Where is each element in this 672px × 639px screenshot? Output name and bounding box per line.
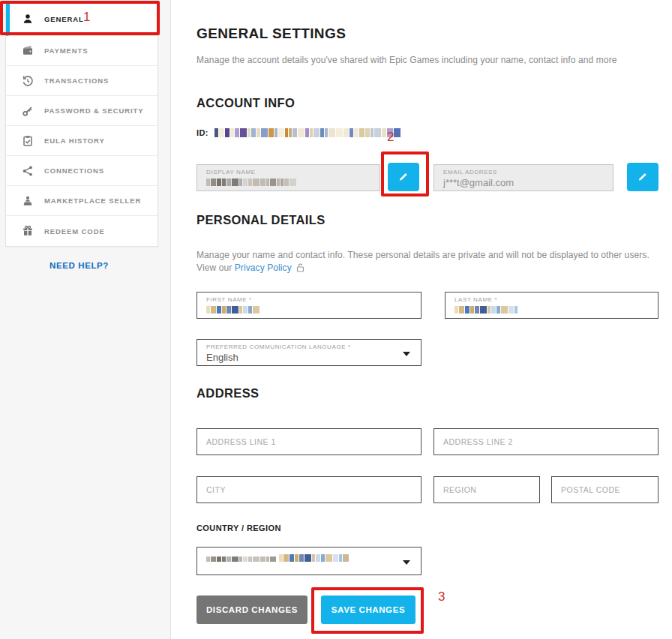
epic-account-settings-page: GENERAL PAYMENTS TRANSACTIONS PASSWORD &… bbox=[0, 0, 672, 639]
sidebar-item-label: EULA HISTORY bbox=[44, 136, 105, 145]
address-line2-input[interactable] bbox=[434, 428, 658, 455]
postal-code-input[interactable] bbox=[551, 476, 658, 503]
clipboard-check-icon bbox=[21, 134, 34, 147]
sidebar-item-label: PASSWORD & SECURITY bbox=[44, 106, 144, 115]
country-select[interactable] bbox=[196, 547, 422, 575]
language-label: PREFERRED COMMUNICATION LANGUAGE * bbox=[206, 344, 412, 350]
sidebar-item-password-security[interactable]: PASSWORD & SECURITY bbox=[6, 96, 158, 126]
sidebar-item-eula-history[interactable]: EULA HISTORY bbox=[6, 126, 158, 156]
chevron-down-icon bbox=[403, 560, 410, 565]
share-icon bbox=[21, 164, 34, 177]
region-input[interactable] bbox=[434, 476, 540, 503]
sidebar-item-marketplace-seller[interactable]: MARKETPLACE SELLER bbox=[6, 186, 158, 216]
language-value: English bbox=[206, 352, 412, 363]
sidebar-menu: GENERAL PAYMENTS TRANSACTIONS PASSWORD &… bbox=[5, 2, 158, 247]
account-id-value-redacted bbox=[214, 128, 400, 137]
discard-changes-button[interactable]: DISCARD CHANGES bbox=[196, 596, 308, 624]
address-heading: ADDRESS bbox=[196, 386, 259, 400]
address-line1-input[interactable] bbox=[196, 428, 422, 455]
display-name-label: DISPLAY NAME bbox=[206, 169, 370, 176]
account-id-label: ID: bbox=[196, 128, 208, 137]
sidebar-item-label: PAYMENTS bbox=[44, 46, 88, 55]
wallet-icon bbox=[21, 44, 34, 57]
gift-icon bbox=[21, 225, 34, 238]
need-help-link[interactable]: NEED HELP? bbox=[0, 261, 158, 270]
account-info-heading: ACCOUNT INFO bbox=[196, 96, 295, 110]
person-icon bbox=[21, 13, 34, 26]
seller-icon bbox=[21, 194, 34, 207]
pencil-icon bbox=[398, 171, 409, 184]
country-region-heading: COUNTRY / REGION bbox=[196, 524, 281, 532]
email-value: j***t@gmail.com bbox=[443, 177, 604, 188]
display-name-value-redacted bbox=[206, 178, 296, 186]
personal-details-description: Manage your name and contact info. These… bbox=[196, 249, 662, 276]
key-icon bbox=[21, 104, 34, 117]
sidebar-item-label: GENERAL bbox=[44, 15, 84, 23]
history-icon bbox=[21, 74, 34, 87]
sidebar-item-general[interactable]: GENERAL bbox=[6, 2, 158, 36]
country-label-redacted bbox=[206, 556, 276, 562]
save-changes-button[interactable]: SAVE CHANGES bbox=[321, 596, 416, 624]
last-name-field[interactable]: LAST NAME * bbox=[445, 292, 658, 319]
first-name-label: FIRST NAME * bbox=[206, 296, 412, 303]
account-id-row: ID: bbox=[196, 128, 400, 137]
sidebar-item-redeem-code[interactable]: REDEEM CODE bbox=[6, 216, 158, 246]
sidebar-item-label: CONNECTIONS bbox=[44, 166, 104, 175]
email-field: EMAIL ADDRESS j***t@gmail.com bbox=[434, 164, 614, 191]
pencil-icon bbox=[638, 171, 648, 184]
sidebar-item-connections[interactable]: CONNECTIONS bbox=[6, 156, 158, 186]
display-name-field: DISPLAY NAME bbox=[196, 164, 380, 191]
sidebar-item-label: TRANSACTIONS bbox=[44, 76, 109, 85]
city-input[interactable] bbox=[196, 476, 422, 503]
personal-details-heading: PERSONAL DETAILS bbox=[196, 213, 326, 227]
edit-display-name-button[interactable] bbox=[388, 163, 419, 191]
first-name-value-redacted bbox=[206, 306, 260, 314]
sidebar-item-transactions[interactable]: TRANSACTIONS bbox=[6, 66, 158, 96]
last-name-label: LAST NAME * bbox=[454, 296, 649, 303]
chevron-down-icon bbox=[403, 352, 410, 356]
page-subtitle: Manage the account details you've shared… bbox=[196, 55, 617, 65]
email-label: EMAIL ADDRESS bbox=[443, 169, 604, 176]
general-settings-panel: GENERAL SETTINGS Manage the account deta… bbox=[171, 0, 672, 639]
sidebar-item-label: REDEEM CODE bbox=[44, 227, 105, 236]
page-title: GENERAL SETTINGS bbox=[196, 26, 346, 42]
country-value-redacted bbox=[279, 554, 349, 562]
privacy-policy-link[interactable]: Privacy Policy bbox=[235, 262, 292, 273]
lock-icon bbox=[296, 263, 304, 276]
sidebar-item-payments[interactable]: PAYMENTS bbox=[6, 36, 158, 66]
language-select[interactable]: PREFERRED COMMUNICATION LANGUAGE * Engli… bbox=[196, 339, 422, 366]
last-name-value-redacted bbox=[454, 306, 518, 314]
settings-sidebar: GENERAL PAYMENTS TRANSACTIONS PASSWORD &… bbox=[0, 0, 171, 639]
sidebar-item-label: MARKETPLACE SELLER bbox=[44, 196, 141, 205]
first-name-field[interactable]: FIRST NAME * bbox=[196, 292, 422, 319]
edit-email-button[interactable] bbox=[627, 163, 658, 191]
